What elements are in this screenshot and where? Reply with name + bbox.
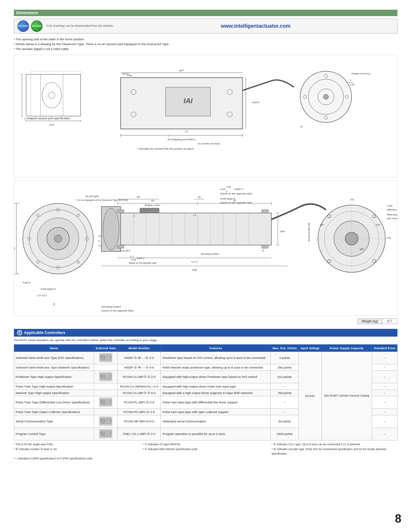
controllers-note: The RCP2 series actuators can operate wi… bbox=[14, 339, 397, 342]
cell-max-pos: 64 points bbox=[270, 415, 298, 428]
footer-note-4: * ⑦ indicates field network specificatio… bbox=[143, 447, 269, 456]
weight-value: 0.7 bbox=[382, 319, 397, 324]
weight-label: Weight (kg) bbox=[357, 319, 382, 324]
svg-text:(Effective depth 6): (Effective depth 6) bbox=[387, 208, 397, 211]
controllers-table: Name External View Model Number Features… bbox=[14, 344, 397, 440]
svg-point-5 bbox=[48, 92, 55, 98]
cell-standard-price: – bbox=[372, 396, 397, 409]
svg-text:4-φ4.5: 4-φ4.5 bbox=[23, 281, 30, 284]
cell-ext-view bbox=[94, 389, 118, 396]
cell-features: Pulse train input type with differential… bbox=[161, 396, 271, 409]
svg-text:(Same on the opposite side): (Same on the opposite side) bbox=[129, 261, 157, 264]
svg-text:depth 3: depth 3 bbox=[137, 257, 144, 259]
cell-standard-price: – bbox=[372, 364, 397, 370]
svg-text:120°: 120° bbox=[376, 224, 380, 226]
cell-standard-price: – bbox=[372, 409, 397, 415]
svg-text:0.03: 0.03 bbox=[226, 185, 231, 188]
svg-text:1.5: 1.5 bbox=[193, 214, 196, 216]
cell-name: Solenoid Valve Multi-axis Type (PIO Spec… bbox=[14, 351, 94, 364]
cell-model: MSEP-①-⑧-···-⑦-0-0 bbox=[118, 364, 161, 370]
svg-text:(Same on the opposite side): (Same on the opposite side) bbox=[220, 201, 252, 204]
svg-point-78 bbox=[103, 208, 119, 250]
controllers-header: ① Applicable Controllers bbox=[14, 329, 397, 337]
svg-text:2-3: 2-3 bbox=[130, 255, 133, 257]
svg-text:120°: 120° bbox=[319, 224, 324, 226]
cell-max-pos: – bbox=[270, 396, 298, 409]
cell-max-pos: 512 points bbox=[270, 370, 298, 383]
cell-standard-price: – bbox=[372, 415, 397, 428]
svg-text:Details of A (2:1): Details of A (2:1) bbox=[351, 72, 370, 75]
weight-row: Weight (kg) 0.7 bbox=[14, 319, 397, 324]
svg-text:10: 10 bbox=[300, 125, 303, 127]
cell-features: Positioner type based on PIO control, al… bbox=[161, 351, 271, 364]
svg-rect-93 bbox=[262, 210, 268, 213]
svg-text:Rubber cover: Rubber cover bbox=[144, 203, 160, 206]
cell-name: Network Type High-output Specification bbox=[14, 389, 94, 396]
svg-rect-159 bbox=[101, 374, 105, 379]
col-ext-view: External View bbox=[94, 344, 118, 351]
svg-rect-165 bbox=[106, 400, 111, 404]
svg-text:4-M5 depth 8: 4-M5 depth 8 bbox=[220, 197, 235, 200]
col-max-pos: Max. Pos. Points bbox=[270, 344, 298, 351]
svg-text:Air joint (φ4): Air joint (φ4) bbox=[85, 194, 98, 197]
cell-name: Serial Communication Type bbox=[14, 415, 94, 428]
svg-rect-154 bbox=[101, 355, 105, 360]
footer-note-1: * ① indicates I/O type (NP/PN). bbox=[143, 442, 269, 447]
cell-features: Pulse train input type with open collect… bbox=[161, 409, 271, 415]
svg-text:IAI: IAI bbox=[183, 97, 193, 105]
cell-model: PCON-SE-28PI-N-0-0 bbox=[118, 415, 161, 428]
svg-text:50: 50 bbox=[151, 199, 154, 202]
cell-standard-price: – bbox=[372, 383, 397, 389]
svg-text:* Calculate the moment with th: * Calculate the moment with this positio… bbox=[137, 147, 194, 150]
svg-text:* It is not equipped on the Du: * It is not equipped on the Dust-proof T… bbox=[75, 199, 128, 201]
svg-point-38 bbox=[323, 94, 328, 99]
svg-rect-162 bbox=[110, 375, 111, 377]
svg-text:0.05: 0.05 bbox=[350, 84, 354, 86]
svg-text:48: 48 bbox=[14, 259, 15, 261]
svg-text:A: A bbox=[262, 249, 264, 252]
badge-2d: 2D CAD bbox=[17, 20, 29, 32]
cell-ext-view bbox=[94, 364, 118, 370]
l-shaped-label: L-shaped vacuum joint specification bbox=[24, 117, 70, 120]
cell-max-pos: 768 points bbox=[270, 389, 298, 396]
cell-ext-view bbox=[94, 370, 118, 383]
col-model: Model Number bbox=[118, 344, 161, 351]
svg-text:φ62: φ62 bbox=[280, 230, 285, 233]
dimensions-header: Dimensions bbox=[14, 10, 397, 16]
cell-ext-view bbox=[94, 383, 118, 389]
svg-text:55: 55 bbox=[137, 195, 140, 198]
svg-text:2.5: 2.5 bbox=[185, 130, 188, 132]
svg-text:40 (Gripping point MAX.): 40 (Gripping point MAX.) bbox=[167, 138, 196, 141]
cell-model: PSEL-CS-1-28PI-①-2-0 bbox=[118, 428, 161, 440]
svg-text:3-M3 depth 8: 3-M3 depth 8 bbox=[40, 288, 55, 291]
svg-text:depth 3: depth 3 bbox=[234, 187, 243, 190]
svg-rect-171 bbox=[100, 420, 101, 421]
svg-rect-94 bbox=[262, 245, 268, 248]
svg-text:117.5: 117.5 bbox=[191, 260, 198, 263]
cell-model: PCON-CA-28P⑦-⑦-0-0 bbox=[118, 389, 161, 396]
footer-note-3: * ⑧ indicates number of axes (1–8). bbox=[14, 447, 140, 456]
cell-input-voltage: DC24V bbox=[299, 351, 322, 440]
cell-model: MSEP-①-⑧-···-①-2-0 bbox=[118, 351, 161, 364]
svg-text:3.5~10.5: 3.5~10.5 bbox=[37, 294, 46, 297]
svg-text:10: 10 bbox=[53, 303, 55, 306]
svg-text:Mounting surface: Mounting surface bbox=[101, 305, 121, 308]
svg-rect-156 bbox=[100, 356, 101, 358]
svg-rect-176 bbox=[100, 432, 101, 434]
svg-text:2: 2 bbox=[133, 215, 135, 217]
cell-name: Pulse Train Type (Open Collector Specifi… bbox=[14, 409, 94, 415]
svg-text:2-a3: 2-a3 bbox=[220, 187, 225, 190]
cad-website: www.intelligentactuator.com bbox=[118, 23, 394, 29]
svg-text:2/⌀3.5: 2/⌀3.5 bbox=[252, 101, 259, 104]
cell-ext-view bbox=[94, 415, 118, 428]
svg-rect-167 bbox=[110, 401, 111, 402]
table-row: Solenoid Valve Multi-axis Type (PIO Spec… bbox=[14, 351, 397, 364]
cad-banner-text: CAD drawings can be downloaded from the … bbox=[46, 24, 114, 28]
cell-max-pos: 1500 points bbox=[270, 428, 298, 440]
svg-text:Blank plug: Blank plug bbox=[387, 213, 397, 216]
cell-ext-view bbox=[94, 396, 118, 409]
cell-ext-view bbox=[94, 351, 118, 364]
svg-rect-164 bbox=[101, 400, 105, 404]
svg-rect-0 bbox=[26, 74, 80, 116]
svg-text:φ57: φ57 bbox=[179, 69, 184, 72]
